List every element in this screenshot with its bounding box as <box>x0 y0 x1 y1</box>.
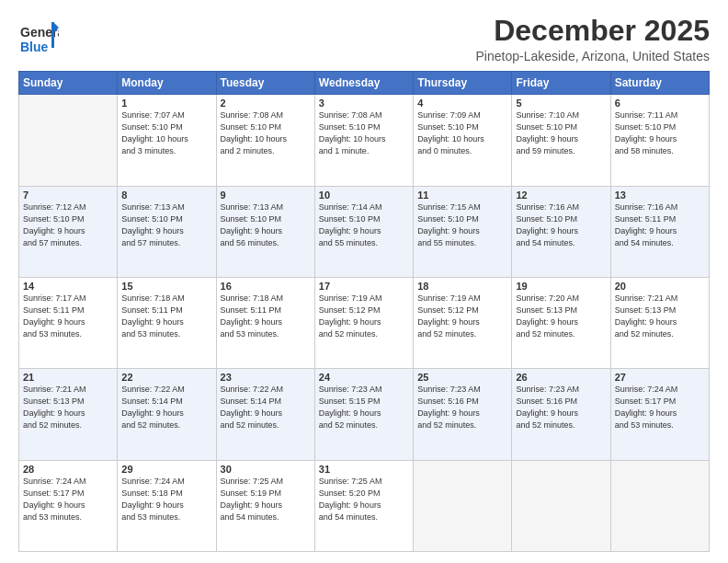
calendar-header-row: SundayMondayTuesdayWednesdayThursdayFrid… <box>19 72 710 95</box>
day-number: 19 <box>516 281 606 292</box>
day-info: Sunrise: 7:19 AM Sunset: 5:12 PM Dayligh… <box>417 293 507 340</box>
day-number: 6 <box>615 98 705 109</box>
day-info: Sunrise: 7:16 AM Sunset: 5:10 PM Dayligh… <box>516 201 606 249</box>
calendar-cell: 31Sunrise: 7:25 AM Sunset: 5:20 PM Dayli… <box>314 460 413 551</box>
day-number: 23 <box>221 372 311 383</box>
day-info: Sunrise: 7:22 AM Sunset: 5:14 PM Dayligh… <box>221 384 311 431</box>
day-info: Sunrise: 7:23 AM Sunset: 5:16 PM Dayligh… <box>516 384 606 431</box>
day-info: Sunrise: 7:14 AM Sunset: 5:10 PM Dayligh… <box>319 201 409 249</box>
day-number: 5 <box>516 98 606 109</box>
calendar-week-3: 14Sunrise: 7:17 AM Sunset: 5:11 PM Dayli… <box>19 277 710 368</box>
calendar-cell: 2Sunrise: 7:08 AM Sunset: 5:10 PM Daylig… <box>216 95 314 186</box>
calendar-cell: 29Sunrise: 7:24 AM Sunset: 5:18 PM Dayli… <box>118 460 216 551</box>
day-info: Sunrise: 7:18 AM Sunset: 5:11 PM Dayligh… <box>221 293 311 340</box>
day-number: 7 <box>23 190 113 201</box>
day-number: 3 <box>319 98 409 109</box>
day-info: Sunrise: 7:09 AM Sunset: 5:10 PM Dayligh… <box>417 109 507 157</box>
calendar-cell: 11Sunrise: 7:15 AM Sunset: 5:10 PM Dayli… <box>414 186 512 277</box>
day-info: Sunrise: 7:13 AM Sunset: 5:10 PM Dayligh… <box>121 201 211 249</box>
calendar-cell: 16Sunrise: 7:18 AM Sunset: 5:11 PM Dayli… <box>216 277 314 368</box>
day-info: Sunrise: 7:25 AM Sunset: 5:20 PM Dayligh… <box>319 476 409 523</box>
page: General Blue December 2025 Pinetop-Lakes… <box>0 0 728 563</box>
calendar-cell: 28Sunrise: 7:24 AM Sunset: 5:17 PM Dayli… <box>19 460 118 551</box>
weekday-header-saturday: Saturday <box>610 72 709 95</box>
day-info: Sunrise: 7:08 AM Sunset: 5:10 PM Dayligh… <box>319 109 409 157</box>
day-number: 16 <box>221 281 311 292</box>
calendar-cell: 21Sunrise: 7:21 AM Sunset: 5:13 PM Dayli… <box>19 369 118 460</box>
calendar-cell: 20Sunrise: 7:21 AM Sunset: 5:13 PM Dayli… <box>610 277 709 368</box>
calendar-cell: 12Sunrise: 7:16 AM Sunset: 5:10 PM Dayli… <box>512 186 610 277</box>
logo-icon: General Blue <box>18 18 59 59</box>
day-number: 22 <box>121 372 211 383</box>
calendar-cell: 5Sunrise: 7:10 AM Sunset: 5:10 PM Daylig… <box>512 95 610 186</box>
day-info: Sunrise: 7:18 AM Sunset: 5:11 PM Dayligh… <box>121 293 211 340</box>
month-title: December 2025 <box>476 15 711 47</box>
day-info: Sunrise: 7:24 AM Sunset: 5:17 PM Dayligh… <box>615 384 705 431</box>
calendar-cell: 8Sunrise: 7:13 AM Sunset: 5:10 PM Daylig… <box>118 186 216 277</box>
day-number: 14 <box>23 281 113 292</box>
day-info: Sunrise: 7:12 AM Sunset: 5:10 PM Dayligh… <box>23 201 113 249</box>
calendar-cell <box>512 460 610 551</box>
calendar-cell: 1Sunrise: 7:07 AM Sunset: 5:10 PM Daylig… <box>118 95 216 186</box>
calendar-cell: 15Sunrise: 7:18 AM Sunset: 5:11 PM Dayli… <box>118 277 216 368</box>
day-info: Sunrise: 7:07 AM Sunset: 5:10 PM Dayligh… <box>121 109 211 157</box>
calendar-cell: 26Sunrise: 7:23 AM Sunset: 5:16 PM Dayli… <box>512 369 610 460</box>
calendar-cell <box>414 460 512 551</box>
weekday-header-wednesday: Wednesday <box>314 72 413 95</box>
day-info: Sunrise: 7:23 AM Sunset: 5:16 PM Dayligh… <box>417 384 507 431</box>
day-number: 24 <box>319 372 409 383</box>
calendar-cell: 25Sunrise: 7:23 AM Sunset: 5:16 PM Dayli… <box>414 369 512 460</box>
weekday-header-thursday: Thursday <box>414 72 512 95</box>
calendar-cell: 4Sunrise: 7:09 AM Sunset: 5:10 PM Daylig… <box>414 95 512 186</box>
day-number: 28 <box>23 464 113 475</box>
day-number: 11 <box>417 190 507 201</box>
day-number: 10 <box>319 190 409 201</box>
weekday-header-friday: Friday <box>512 72 610 95</box>
calendar-cell: 30Sunrise: 7:25 AM Sunset: 5:19 PM Dayli… <box>216 460 314 551</box>
day-info: Sunrise: 7:20 AM Sunset: 5:13 PM Dayligh… <box>516 293 606 340</box>
svg-text:Blue: Blue <box>20 40 49 54</box>
header: General Blue December 2025 Pinetop-Lakes… <box>18 15 710 63</box>
day-number: 18 <box>417 281 507 292</box>
calendar-cell: 10Sunrise: 7:14 AM Sunset: 5:10 PM Dayli… <box>314 186 413 277</box>
calendar-cell: 6Sunrise: 7:11 AM Sunset: 5:10 PM Daylig… <box>610 95 709 186</box>
calendar-cell: 9Sunrise: 7:13 AM Sunset: 5:10 PM Daylig… <box>216 186 314 277</box>
day-number: 4 <box>417 98 507 109</box>
day-info: Sunrise: 7:15 AM Sunset: 5:10 PM Dayligh… <box>417 201 507 249</box>
calendar-cell: 23Sunrise: 7:22 AM Sunset: 5:14 PM Dayli… <box>216 369 314 460</box>
calendar-cell: 19Sunrise: 7:20 AM Sunset: 5:13 PM Dayli… <box>512 277 610 368</box>
weekday-header-tuesday: Tuesday <box>216 72 314 95</box>
day-info: Sunrise: 7:19 AM Sunset: 5:12 PM Dayligh… <box>319 293 409 340</box>
calendar-cell: 13Sunrise: 7:16 AM Sunset: 5:11 PM Dayli… <box>610 186 709 277</box>
day-info: Sunrise: 7:21 AM Sunset: 5:13 PM Dayligh… <box>615 293 705 340</box>
calendar-week-5: 28Sunrise: 7:24 AM Sunset: 5:17 PM Dayli… <box>19 460 710 551</box>
title-block: December 2025 Pinetop-Lakeside, Arizona,… <box>476 15 711 63</box>
day-number: 21 <box>23 372 113 383</box>
day-number: 12 <box>516 190 606 201</box>
svg-rect-3 <box>51 22 54 48</box>
day-info: Sunrise: 7:16 AM Sunset: 5:11 PM Dayligh… <box>615 201 705 249</box>
day-info: Sunrise: 7:24 AM Sunset: 5:18 PM Dayligh… <box>121 476 211 523</box>
location: Pinetop-Lakeside, Arizona, United States <box>476 49 711 63</box>
day-number: 30 <box>221 464 311 475</box>
calendar-cell: 18Sunrise: 7:19 AM Sunset: 5:12 PM Dayli… <box>414 277 512 368</box>
day-number: 2 <box>221 98 311 109</box>
day-info: Sunrise: 7:11 AM Sunset: 5:10 PM Dayligh… <box>615 109 705 157</box>
day-number: 27 <box>615 372 705 383</box>
day-info: Sunrise: 7:08 AM Sunset: 5:10 PM Dayligh… <box>221 109 311 157</box>
calendar-table: SundayMondayTuesdayWednesdayThursdayFrid… <box>18 71 710 552</box>
calendar-cell <box>19 95 118 186</box>
day-number: 13 <box>615 190 705 201</box>
day-info: Sunrise: 7:10 AM Sunset: 5:10 PM Dayligh… <box>516 109 606 157</box>
day-number: 25 <box>417 372 507 383</box>
calendar-cell: 27Sunrise: 7:24 AM Sunset: 5:17 PM Dayli… <box>610 369 709 460</box>
day-info: Sunrise: 7:25 AM Sunset: 5:19 PM Dayligh… <box>221 476 311 523</box>
calendar-week-1: 1Sunrise: 7:07 AM Sunset: 5:10 PM Daylig… <box>19 95 710 186</box>
day-info: Sunrise: 7:17 AM Sunset: 5:11 PM Dayligh… <box>23 293 113 340</box>
day-number: 1 <box>121 98 211 109</box>
calendar-cell <box>610 460 709 551</box>
weekday-header-sunday: Sunday <box>19 72 118 95</box>
calendar-cell: 3Sunrise: 7:08 AM Sunset: 5:10 PM Daylig… <box>314 95 413 186</box>
day-number: 26 <box>516 372 606 383</box>
calendar-cell: 14Sunrise: 7:17 AM Sunset: 5:11 PM Dayli… <box>19 277 118 368</box>
